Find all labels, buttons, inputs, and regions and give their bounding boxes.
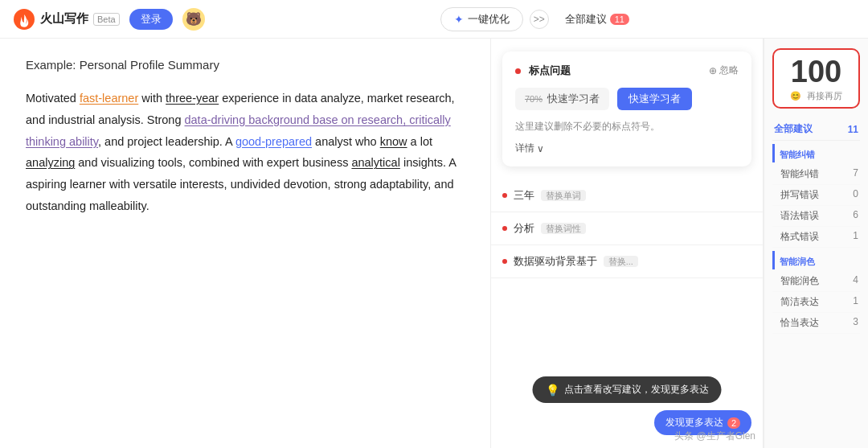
optimize-label: 一键优化 <box>468 12 510 27</box>
watermark: 头条 @生产者Glen <box>674 430 755 443</box>
text-segment-6: a lot <box>407 135 432 148</box>
ignore-icon: ⊕ <box>709 65 717 76</box>
score-category-smart-correction: 智能纠错 <box>772 144 860 162</box>
suggestion-card: 标点问题 ⊕ 忽略 70% 快速学习者 快速学习者 这里建议删除不必要的标点符号… <box>502 51 751 166</box>
original-strikethrough: 70% <box>525 94 542 104</box>
score-proper-count: 3 <box>853 316 858 330</box>
logo-text: 火山写作 <box>40 11 88 27</box>
ignore-button[interactable]: ⊕ 忽略 <box>709 64 739 77</box>
score-row-format[interactable]: 格式错误 1 <box>772 227 860 248</box>
suggestion-card-title-area: 标点问题 <box>515 63 571 78</box>
fast-learner-highlight: fast-learner <box>80 92 138 105</box>
score-box: 100 😊 再接再厉 <box>772 48 860 109</box>
score-row-concise[interactable]: 简洁表达 1 <box>772 292 860 313</box>
score-category-color: 智能润色 <box>772 251 860 269</box>
score-spelling-count: 0 <box>853 188 858 202</box>
suggestion-panel: 标点问题 ⊕ 忽略 70% 快速学习者 快速学习者 这里建议删除不必要的标点符号… <box>490 39 764 448</box>
score-row-smart[interactable]: 智能纠错 7 <box>772 164 860 185</box>
discover-count-badge: 2 <box>727 417 740 429</box>
text-segment-7: and visualizing tools, combined with exp… <box>75 156 351 169</box>
main-container: Example: Personal Profile Summary Motiva… <box>0 39 868 448</box>
know-highlight: know <box>380 135 407 148</box>
text-segment-2: with <box>138 92 166 105</box>
sugg-item-tag-2: 替换词性 <box>541 223 586 234</box>
suggestion-hint: 这里建议删除不必要的标点符号。 <box>515 120 739 134</box>
chevron-icon: ∨ <box>537 143 544 154</box>
sugg-item-text-2: 分析 替换词性 <box>514 221 586 236</box>
logo-icon <box>13 8 35 31</box>
score-row-proper[interactable]: 恰当表达 3 <box>772 313 860 334</box>
score-all-label: 全部建议 <box>774 122 813 136</box>
suggestion-dot <box>515 68 521 74</box>
more-button[interactable]: >> <box>530 10 549 29</box>
ignore-label: 忽略 <box>719 64 739 77</box>
score-row-grammar[interactable]: 语法错误 6 <box>772 206 860 227</box>
analytical-highlight: analytical <box>351 156 399 169</box>
text-segment-5: analyst who <box>312 135 380 148</box>
tooltip-text: 点击查看改写建议，发现更多表达 <box>564 383 709 397</box>
score-grammar-label: 语法错误 <box>780 209 819 223</box>
suggestion-card-header: 标点问题 ⊕ 忽略 <box>515 63 739 78</box>
score-panel: 100 😊 再接再厉 全部建议 11 智能纠错 智能纠错 7 拼写错误 0 语法… <box>764 39 868 448</box>
logo-area: 火山写作 Beta <box>13 8 120 31</box>
text-segment-1: Motivated <box>26 92 80 105</box>
score-smart-label: 智能纠错 <box>780 167 819 181</box>
suggestion-list-item-3[interactable]: 数据驱动背景基于 替换... <box>491 245 763 278</box>
score-format-count: 1 <box>853 230 858 244</box>
login-button[interactable]: 登录 <box>129 9 173 30</box>
sugg-item-tag-3: 替换... <box>604 256 638 267</box>
score-number: 100 <box>779 56 854 87</box>
option-suggested[interactable]: 快速学习者 <box>617 88 692 110</box>
sugg-dot-2 <box>502 226 507 231</box>
doc-body: Motivated fast-learner with three-year e… <box>26 88 465 217</box>
score-row-color[interactable]: 智能润色 4 <box>772 271 860 292</box>
suggestions-count-badge: 11 <box>610 14 629 25</box>
sugg-dot-1 <box>502 193 507 198</box>
analyzing-highlight: analyzing <box>26 156 75 169</box>
avatar-button[interactable]: 🐻 <box>182 8 205 31</box>
star-icon: ✦ <box>454 13 464 26</box>
score-emoji: 😊 <box>790 91 801 101</box>
suggestion-options: 70% 快速学习者 快速学习者 <box>515 88 739 110</box>
suggestion-card-title: 标点问题 <box>529 64 571 76</box>
editor-area[interactable]: Example: Personal Profile Summary Motiva… <box>0 39 490 448</box>
score-grammar-count: 6 <box>853 209 858 223</box>
sugg-dot-3 <box>502 259 507 264</box>
detail-button[interactable]: 详情 ∨ <box>515 142 544 155</box>
score-sub: 😊 再接再厉 <box>779 90 854 102</box>
score-concise-count: 1 <box>853 295 858 309</box>
discover-label: 发现更多表达 <box>665 416 723 430</box>
app-header: 火山写作 Beta 登录 🐻 ✦ 一键优化 >> 全部建议 11 <box>0 0 868 39</box>
score-all-suggestions[interactable]: 全部建议 11 <box>772 118 860 141</box>
suggestion-list-item-2[interactable]: 分析 替换词性 <box>491 212 763 245</box>
tooltip-popup: 💡 点击查看改写建议，发现更多表达 <box>533 376 722 403</box>
score-proper-label: 恰当表达 <box>780 316 819 330</box>
original-text: 快速学习者 <box>547 92 600 105</box>
score-format-label: 格式错误 <box>780 230 819 244</box>
bulb-icon: 💡 <box>546 384 559 397</box>
optimize-button[interactable]: ✦ 一键优化 <box>440 7 523 31</box>
score-spelling-label: 拼写错误 <box>780 188 819 202</box>
sugg-item-text-3: 数据驱动背景基于 替换... <box>514 254 638 269</box>
good-prepared-highlight: good-prepared <box>235 135 312 148</box>
three-year-highlight: three-year <box>166 92 219 105</box>
beta-badge: Beta <box>93 13 120 26</box>
header-center: ✦ 一键优化 >> 全部建议 11 <box>215 7 855 31</box>
score-color-label: 智能润色 <box>780 274 819 288</box>
doc-title: Example: Personal Profile Summary <box>26 58 465 72</box>
option-original[interactable]: 70% 快速学习者 <box>515 88 609 110</box>
suggestion-list-item-1[interactable]: 三年 替换单词 <box>491 179 763 212</box>
score-concise-label: 简洁表达 <box>780 295 819 309</box>
sugg-item-text-1: 三年 替换单词 <box>514 188 586 203</box>
score-row-spelling[interactable]: 拼写错误 0 <box>772 185 860 206</box>
score-color-count: 4 <box>853 274 858 288</box>
score-all-count: 11 <box>848 124 858 135</box>
text-segment-4: , and project leadership. A <box>98 135 235 148</box>
sugg-item-tag-1: 替换单词 <box>541 190 586 201</box>
suggestions-label: 全部建议 <box>565 12 607 27</box>
score-sub-label: 再接再厉 <box>807 91 842 101</box>
score-smart-count: 7 <box>853 167 858 181</box>
detail-label: 详情 <box>515 142 534 155</box>
